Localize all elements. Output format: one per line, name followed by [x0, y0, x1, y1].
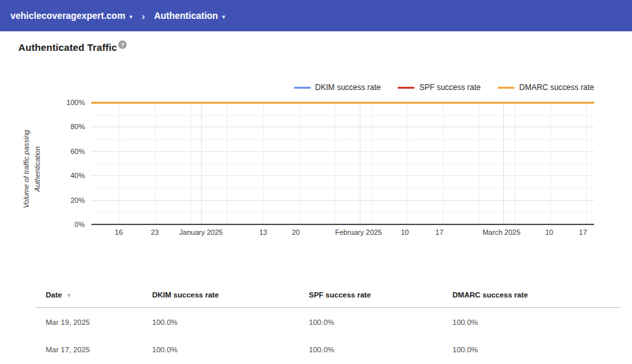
horizontal-gridline: [91, 164, 594, 164]
vertical-gridline: [191, 102, 191, 224]
x-axis-tick-label: 10: [545, 228, 553, 236]
section-selector-dropdown[interactable]: Authentication ▾: [154, 10, 225, 21]
vertical-gridline: [263, 102, 264, 224]
table-header-label: Date: [46, 291, 62, 299]
x-axis-tick-label: 16: [115, 228, 123, 236]
domain-selector-dropdown[interactable]: vehiclecoveragexpert.com ▾: [10, 10, 133, 21]
table-row-date: Mar 17, 2025: [46, 346, 90, 354]
legend-label: DKIM success rate: [315, 83, 381, 92]
x-axis-baseline: [91, 224, 594, 225]
table-row-value: 100.0%: [309, 318, 334, 326]
vertical-gridline: [371, 102, 371, 224]
table-row-value: 100.0%: [152, 318, 178, 326]
horizontal-gridline: [91, 200, 594, 201]
x-axis-tick-label: 17: [579, 228, 587, 236]
table-row-value: 100.0%: [452, 318, 478, 326]
vertical-gridline: [550, 102, 551, 224]
y-axis-tick-label: 20%: [56, 196, 85, 204]
legend-label: SPF success rate: [419, 83, 481, 92]
y-axis-tick-label: 60%: [56, 147, 85, 155]
chart-plot-area: 1623January 20251320February 20251017Mar…: [91, 102, 594, 224]
horizontal-gridline: [91, 139, 594, 140]
sort-descending-icon: ▼: [66, 292, 72, 299]
domain-selector-label: vehiclecoveragexpert.com: [10, 10, 125, 21]
vertical-gridline: [586, 102, 587, 224]
vertical-gridline: [407, 102, 407, 224]
vertical-gridline: [155, 102, 155, 224]
y-axis-tick-label: 0%: [56, 220, 85, 228]
legend-line-swatch: [498, 87, 514, 89]
x-axis-tick-label: 20: [292, 228, 300, 236]
vertical-gridline: [299, 102, 300, 224]
month-boundary-gridline: [201, 102, 202, 224]
vertical-gridline: [335, 102, 336, 224]
postmaster-dashboard: vehiclecoveragexpert.com ▾ › Authenticat…: [0, 0, 632, 364]
table-row-date: Mar 19, 2025: [46, 318, 90, 326]
series-line-dmarc: [91, 102, 594, 104]
page-title-row: Authenticated Traffic ?: [18, 42, 127, 53]
table-row-value: 100.0%: [452, 346, 478, 354]
vertical-gridline: [227, 102, 227, 224]
legend-item: DMARC success rate: [498, 83, 594, 92]
chart-legend: DKIM success rateSPF success rateDMARC s…: [294, 83, 594, 92]
y-axis-tick-label: 40%: [56, 172, 85, 179]
horizontal-gridline: [91, 115, 594, 115]
vertical-gridline: [514, 102, 515, 224]
chevron-down-icon: ▾: [222, 13, 225, 20]
table-header-dmarc-success-rate[interactable]: DMARC success rate: [452, 291, 528, 299]
table-row-value: 100.0%: [309, 346, 334, 354]
horizontal-gridline: [91, 188, 594, 189]
horizontal-gridline: [91, 212, 594, 213]
table-header-label: DKIM success rate: [152, 291, 219, 299]
vertical-gridline: [479, 102, 479, 224]
month-boundary-gridline: [360, 102, 360, 224]
top-navigation-bar: vehiclecoveragexpert.com ▾ › Authenticat…: [0, 0, 632, 31]
table-header-label: DMARC success rate: [452, 291, 528, 299]
x-axis-tick-label: 17: [435, 228, 443, 236]
y-axis-title: Volume of traffic passing Authentication: [21, 94, 43, 244]
horizontal-gridline: [91, 127, 594, 127]
vertical-gridline: [443, 102, 443, 224]
table-header-date[interactable]: Date▼: [46, 291, 72, 299]
x-axis-tick-label: January 2025: [180, 228, 223, 236]
legend-line-swatch: [398, 87, 415, 89]
breadcrumb-separator-icon: ›: [142, 10, 145, 22]
legend-item: DKIM success rate: [294, 83, 381, 92]
help-icon[interactable]: ?: [118, 40, 127, 49]
table-header-spf-success-rate[interactable]: SPF success rate: [309, 291, 371, 299]
page-title: Authenticated Traffic: [18, 42, 117, 53]
y-axis-title-line2: Authentication: [32, 94, 43, 244]
x-axis-tick-label: 10: [401, 228, 409, 236]
table-header-label: SPF success rate: [309, 291, 371, 299]
section-selector-label: Authentication: [154, 10, 218, 21]
vertical-gridline: [119, 102, 119, 224]
y-axis-title-line1: Volume of traffic passing: [21, 94, 32, 244]
y-axis-tick-label: 80%: [56, 123, 85, 130]
table-header-dkim-success-rate[interactable]: DKIM success rate: [152, 291, 219, 299]
x-axis-tick-label: March 2025: [482, 228, 520, 236]
legend-item: SPF success rate: [398, 83, 481, 92]
horizontal-gridline: [91, 151, 594, 152]
legend-label: DMARC success rate: [519, 83, 594, 92]
table-row-value: 100.0%: [152, 346, 178, 354]
y-axis-tick-label: 100%: [56, 99, 85, 106]
table-header-divider: [36, 307, 620, 308]
x-axis-tick-label: 13: [259, 228, 267, 236]
chevron-down-icon: ▾: [129, 13, 133, 20]
month-boundary-gridline: [503, 102, 504, 224]
x-axis-tick-label: February 2025: [335, 228, 382, 236]
horizontal-gridline: [91, 175, 594, 176]
legend-line-swatch: [294, 87, 311, 89]
x-axis-tick-label: 23: [151, 228, 159, 236]
